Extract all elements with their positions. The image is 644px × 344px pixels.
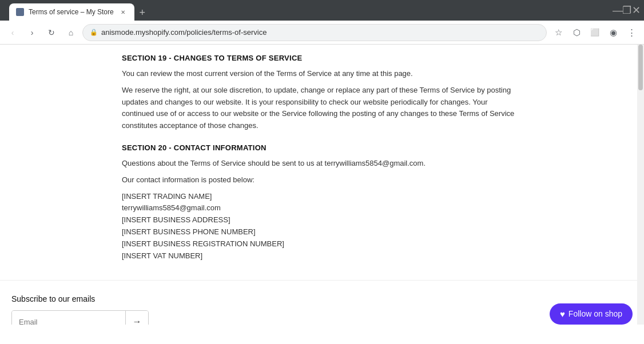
section-19-block: SECTION 19 - CHANGES TO TERMS OF SERVICE… [122, 54, 515, 132]
cast-icon[interactable]: ⬜ [587, 25, 603, 41]
section-20-line5: [INSERT BUSINESS REGISTRATION NUMBER] [122, 238, 515, 250]
section-20-para2: Our contact information is posted below: [122, 174, 515, 186]
scrollbar-thumb[interactable] [638, 45, 643, 90]
section-20-line1: [INSERT TRADING NAME] [122, 191, 515, 203]
address-text: anismode.myshopify.com/policies/terms-of… [101, 28, 539, 37]
section-19-heading: SECTION 19 - CHANGES TO TERMS OF SERVICE [122, 54, 515, 62]
lock-icon: 🔒 [90, 29, 98, 36]
tab-close-button[interactable]: ✕ [118, 7, 128, 17]
address-bar-row: ‹ › ↻ ⌂ 🔒 anismode.myshopify.com/policie… [0, 21, 644, 45]
section-20-para1: Questions about the Terms of Service sho… [122, 158, 515, 170]
heart-icon: ♥ [560, 309, 565, 319]
close-button[interactable]: ✕ [633, 7, 639, 14]
subscribe-section: Subscribe to our emails → ♥ Follow on sh… [0, 280, 644, 325]
submit-arrow-icon: → [133, 317, 142, 325]
section-20-line2: terrywilliams5854@gmail.com [122, 202, 515, 214]
email-input[interactable] [12, 311, 125, 325]
section-20-block: SECTION 20 - CONTACT INFORMATION Questio… [122, 143, 515, 262]
follow-on-shop-button[interactable]: ♥ Follow on shop [550, 303, 633, 325]
section-20-line3: [INSERT BUSINESS ADDRESS] [122, 214, 515, 226]
maximize-button[interactable]: ❐ [623, 7, 630, 14]
section-20-body: Questions about the Terms of Service sho… [122, 158, 515, 262]
page-content: SECTION 19 - CHANGES TO TERMS OF SERVICE… [0, 45, 644, 325]
section-19-para1: You can review the most current version … [122, 68, 515, 80]
back-button[interactable]: ‹ [5, 25, 21, 41]
subscribe-form: → [11, 310, 149, 325]
new-tab-button[interactable]: + [134, 5, 150, 21]
minimize-button[interactable]: — [614, 7, 621, 14]
active-tab[interactable]: Terms of service – My Store ✕ [9, 3, 134, 21]
forward-button[interactable]: › [24, 25, 40, 41]
bookmark-icon[interactable]: ☆ [550, 25, 566, 41]
menu-icon[interactable]: ⋮ [623, 25, 639, 41]
tab-favicon [16, 8, 24, 16]
subscribe-title: Subscribe to our emails [11, 294, 149, 303]
profile-icon[interactable]: ◉ [605, 25, 621, 41]
subscribe-submit-button[interactable]: → [125, 310, 148, 325]
address-box[interactable]: 🔒 anismode.myshopify.com/policies/terms-… [82, 24, 547, 41]
section-20-line4: [INSERT BUSINESS PHONE NUMBER] [122, 226, 515, 238]
home-button[interactable]: ⌂ [63, 25, 79, 41]
section-19-body: You can review the most current version … [122, 68, 515, 132]
section-19-para2: We reserve the right, at our sole discre… [122, 85, 515, 132]
extensions-icon[interactable]: ⬡ [569, 25, 585, 41]
scrollbar[interactable] [637, 45, 644, 325]
section-20-heading: SECTION 20 - CONTACT INFORMATION [122, 143, 515, 152]
section-20-line6: [INSERT VAT NUMBER] [122, 250, 515, 262]
reload-button[interactable]: ↻ [43, 25, 59, 41]
follow-shop-label: Follow on shop [569, 309, 622, 318]
subscribe-left: Subscribe to our emails → [11, 294, 149, 325]
tab-title: Terms of service – My Store [29, 8, 114, 16]
toolbar-icons: ☆ ⬡ ⬜ ◉ ⋮ [550, 25, 639, 41]
